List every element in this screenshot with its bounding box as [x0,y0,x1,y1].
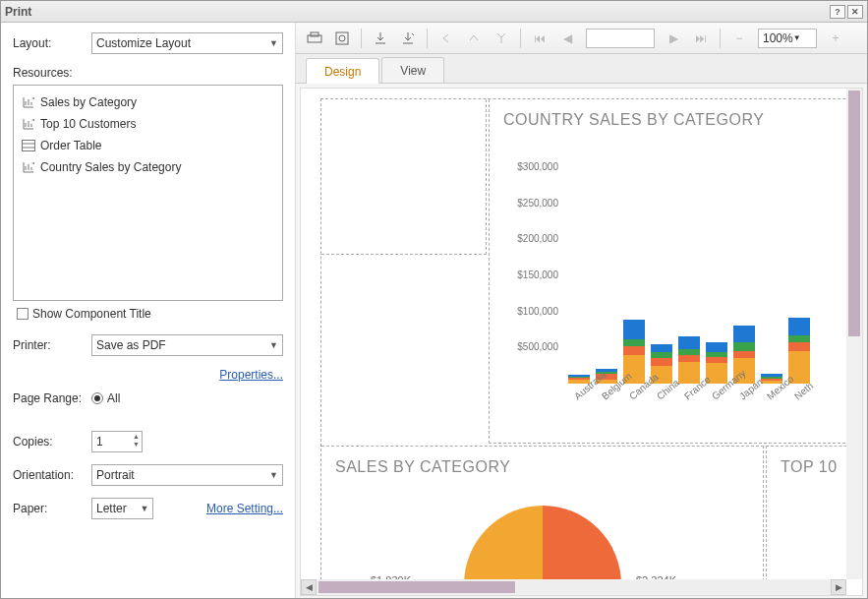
window-title: Print [5,5,31,19]
resource-label: Top 10 Customers [40,117,136,131]
more-settings-link[interactable]: More Setting... [206,502,283,515]
printer-label: Printer: [13,338,91,352]
zoom-in-icon: + [823,27,848,50]
layout-label: Layout: [13,36,91,50]
bar-chart: $300,000$250,000$200,000$150,000$100,000… [501,147,863,433]
show-title-checkbox[interactable]: Show Component Title [13,307,283,321]
resource-label: Order Table [40,139,101,152]
copies-value: 1 [96,435,103,449]
preview-panel: ⏮ ◀ ▶ ⏭ − 100% ▼ + Design View COUNTRY S… [296,23,867,599]
copies-input[interactable]: 1 ▲▼ [91,431,143,452]
tab-design[interactable]: Design [306,58,379,84]
scroll-left-icon[interactable]: ◀ [301,579,317,595]
resource-item[interactable]: Sales by Category [18,91,278,113]
zoom-combo[interactable]: 100% ▼ [758,29,817,48]
separator [720,29,721,48]
resource-item[interactable]: Top 10 Customers [18,113,278,135]
y-tick: $500,000 [517,341,558,352]
tab-view[interactable]: View [381,57,444,83]
chart-icon [22,160,35,174]
properties-link[interactable]: Properties... [219,368,283,382]
checkbox-icon [17,308,29,320]
close-button[interactable]: ✕ [847,5,863,19]
region-sales-by-category[interactable]: SALES BY CATEGORY $1,839K $2,324K [321,446,764,596]
printer-value: Save as PDF [96,338,166,352]
y-tick: $200,000 [517,233,558,244]
orientation-label: Orientation: [13,468,91,482]
separator [520,29,521,48]
export2-icon[interactable] [395,27,421,50]
orientation-combo[interactable]: Portrait ▼ [91,464,283,486]
layout-value: Customize Layout [96,36,191,50]
x-tick: Neth [792,380,815,401]
resource-label: Country Sales by Category [40,160,181,174]
chevron-down-icon: ▼ [793,33,801,42]
undo-icon [434,27,459,50]
spinner-icon[interactable]: ▲▼ [133,433,140,448]
prev-page-icon: ◀ [554,27,580,50]
horizontal-scrollbar[interactable]: ◀ ▶ [301,579,846,595]
print-icon[interactable] [302,27,327,50]
next-page-icon: ▶ [661,27,686,50]
first-page-icon: ⏮ [527,27,552,50]
resources-label: Resources: [13,66,283,80]
sales-title: SALES BY CATEGORY [321,447,763,488]
chart-icon [22,95,35,109]
region-empty[interactable] [321,99,487,255]
y-tick: $100,000 [517,305,558,316]
y-tick: $250,000 [517,197,558,208]
y-tick: $150,000 [517,270,558,280]
last-page-icon: ⏭ [688,27,714,50]
svg-point-6 [339,35,345,41]
page-input[interactable] [586,29,655,48]
vertical-scrollbar[interactable] [846,89,862,579]
region-country-sales[interactable]: COUNTRY SALES BY CATEGORY $300,000$250,0… [489,99,863,444]
svg-rect-5 [336,32,348,44]
setup-icon[interactable] [329,27,355,50]
resource-item[interactable]: Country Sales by Category [18,156,278,178]
chevron-down-icon: ▼ [269,38,278,48]
chevron-down-icon: ▼ [269,470,278,480]
paper-value: Letter [96,502,127,515]
page[interactable]: COUNTRY SALES BY CATEGORY $300,000$250,0… [320,98,863,596]
settings-panel: Layout: Customize Layout ▼ Resources: Sa… [1,23,296,599]
zoom-value: 100% [763,31,793,45]
separator [427,29,428,48]
table-icon [22,139,35,152]
chart-icon [22,117,35,131]
tabs: Design View [296,54,867,84]
scroll-right-icon[interactable]: ▶ [831,579,846,595]
country-sales-title: COUNTRY SALES BY CATEGORY [490,99,863,141]
paper-label: Paper: [13,502,91,515]
pagerange-all-radio[interactable] [91,392,103,404]
pagerange-label: Page Range: [13,391,91,405]
titlebar: Print ? ✕ [1,1,867,23]
layout-combo[interactable]: Customize Layout ▼ [91,32,283,54]
resources-listbox[interactable]: Sales by CategoryTop 10 CustomersOrder T… [13,85,283,301]
chevron-down-icon: ▼ [269,340,278,350]
paper-combo[interactable]: Letter ▼ [91,498,153,519]
branch-icon [489,27,514,50]
chevron-down-icon: ▼ [141,504,149,513]
resource-label: Sales by Category [40,95,137,109]
orientation-value: Portrait [96,468,135,482]
help-button[interactable]: ? [830,5,845,19]
resource-item[interactable]: Order Table [18,135,278,156]
pagerange-all-label: All [107,391,120,405]
up-icon [461,27,487,50]
zoom-out-icon: − [726,27,752,50]
design-canvas[interactable]: COUNTRY SALES BY CATEGORY $300,000$250,0… [300,88,863,596]
show-title-label: Show Component Title [32,307,151,321]
printer-combo[interactable]: Save as PDF ▼ [91,334,283,356]
svg-rect-0 [23,141,35,151]
toolbar: ⏮ ◀ ▶ ⏭ − 100% ▼ + [296,23,867,54]
export-icon[interactable] [368,27,393,50]
y-tick: $300,000 [517,161,558,172]
copies-label: Copies: [13,435,91,449]
separator [361,29,362,48]
